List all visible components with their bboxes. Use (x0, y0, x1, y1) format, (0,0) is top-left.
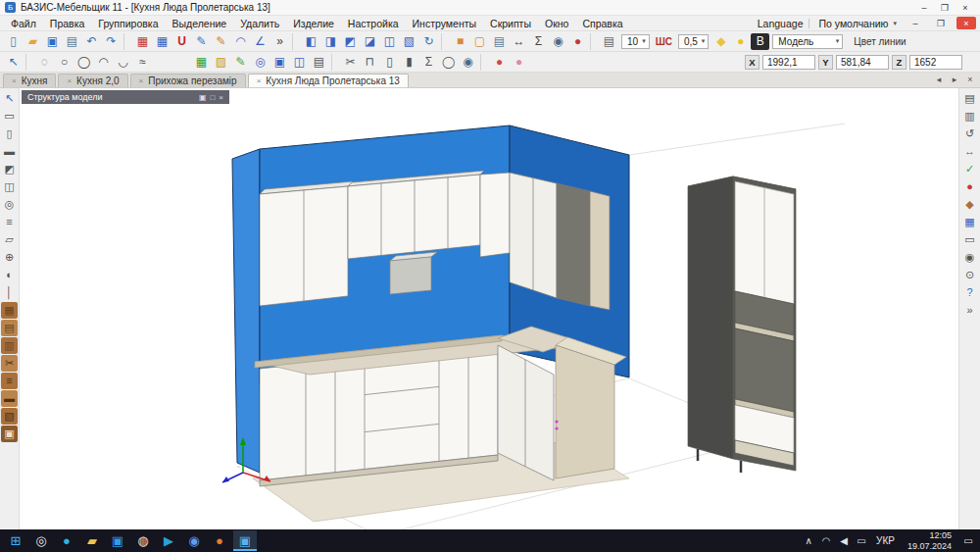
menu-grouping[interactable]: Группировка (91, 18, 165, 29)
menu-tools[interactable]: Инструменты (406, 18, 483, 29)
light-icon[interactable]: ● (731, 33, 750, 50)
hole-tool-icon[interactable]: ◎ (1, 196, 18, 213)
view-iso-icon[interactable]: ▧ (400, 33, 418, 50)
zoom-window-icon[interactable]: ▣ (270, 54, 289, 71)
model-dropdown[interactable]: Модель ▾ (772, 34, 843, 49)
fill-color-icon[interactable]: ◆ (711, 33, 730, 50)
circle-icon[interactable]: ○ (55, 54, 74, 71)
mdi-restore-button[interactable]: ❐ (931, 17, 951, 29)
tall-cabinet-side[interactable] (688, 176, 733, 459)
edge-band-icon[interactable]: ▱ (1, 231, 18, 248)
end-cabinet-beige[interactable] (556, 345, 614, 478)
sum2-icon[interactable]: Σ (419, 54, 438, 71)
spline-icon[interactable]: ≈ (133, 54, 152, 71)
corner-panel-icon[interactable]: ◩ (1, 161, 18, 177)
saw-icon[interactable]: ✂ (1, 355, 18, 372)
select-arrow-icon[interactable]: ↖ (4, 54, 23, 71)
groove-tool-icon[interactable]: ≡ (1, 214, 18, 230)
structure-tree-icon[interactable]: ▤ (961, 90, 978, 107)
panel-vertical-icon[interactable]: ▯ (1, 125, 18, 142)
network-icon[interactable]: ◠ (818, 531, 834, 551)
maximize-button[interactable]: ❐ (935, 1, 955, 14)
tab-list-close-icon[interactable]: × (963, 74, 977, 85)
edge-browser-icon[interactable]: ● (55, 530, 78, 551)
tab-close-icon[interactable]: × (12, 76, 17, 85)
view-front-icon[interactable]: ◧ (302, 33, 320, 50)
hardware-icon[interactable]: ⊕ (1, 249, 18, 266)
mdi-close-button[interactable]: × (956, 17, 976, 29)
file-explorer-icon[interactable]: ▰ (80, 530, 104, 551)
layers-grid-icon[interactable]: ▦ (192, 54, 211, 71)
history-icon[interactable]: ↺ (961, 125, 978, 142)
sum-tool-icon[interactable]: Σ (529, 33, 548, 50)
hinge-icon[interactable]: ◐ (1, 267, 18, 283)
coord-x-value[interactable]: 1992,1 (762, 55, 815, 70)
telegram-icon[interactable]: ▶ (157, 530, 180, 551)
line-style-icon[interactable]: ▤ (600, 33, 618, 50)
draw-pencil-icon[interactable]: ✎ (192, 33, 211, 50)
grid-icon[interactable]: ▦ (153, 33, 172, 50)
erase-tool-icon[interactable]: ● (568, 33, 587, 50)
render-wireframe-icon[interactable]: ▢ (470, 33, 489, 50)
dimensions-icon[interactable]: ↔ (961, 143, 978, 160)
arc-up-icon[interactable]: ◠ (94, 54, 113, 71)
column-tool-icon[interactable]: ▮ (400, 54, 418, 71)
menu-file[interactable]: Файл (4, 18, 43, 29)
circle-dashed-icon[interactable]: ◌ (35, 54, 54, 71)
tab-kuhnya-2[interactable]: × Кухня 2,0 (58, 74, 127, 87)
upper-right-carcass[interactable] (557, 183, 590, 306)
arc-tool-icon[interactable]: ◠ (231, 33, 250, 50)
coord-y-value[interactable]: 581,84 (836, 55, 889, 70)
ellipse-tool-icon[interactable]: ◯ (439, 54, 458, 71)
tab-prihozha[interactable]: × Прихожа перезамір (130, 74, 246, 87)
structure-panel-titlebar[interactable]: Структура модели ▣ □ × (22, 90, 229, 104)
tab-kuhnya[interactable]: × Кухня (3, 74, 56, 87)
print-icon[interactable]: ▤ (63, 33, 81, 50)
coord-z-value[interactable]: 1652 (909, 55, 962, 70)
bazis-app-icon[interactable]: ▣ (233, 530, 257, 551)
render-solid-icon[interactable]: ■ (451, 33, 469, 50)
upper-mid-front[interactable] (348, 175, 480, 259)
search-icon[interactable]: ◎ (29, 530, 53, 551)
errors-icon[interactable]: ● (961, 178, 978, 195)
view-right-icon[interactable]: ◪ (361, 33, 379, 50)
select-tool-icon[interactable]: ↖ (1, 90, 18, 107)
help-icon[interactable]: ? (961, 284, 978, 301)
view-top-icon[interactable]: ◫ (380, 33, 399, 50)
notes-icon[interactable]: ▭ (961, 231, 978, 248)
tall-cabinet-niche-large[interactable] (735, 328, 794, 412)
sheet-icon[interactable]: ▬ (1, 390, 18, 407)
cut-icon[interactable]: ✂ (341, 54, 360, 71)
upper-corner-front[interactable] (480, 173, 510, 257)
start-button-icon[interactable]: ⊞ (4, 530, 27, 551)
menu-settings[interactable]: Настройка (341, 18, 406, 29)
arc-down-icon[interactable]: ◡ (114, 54, 132, 71)
tab-close-icon[interactable]: × (67, 76, 72, 85)
zoom-in-icon[interactable]: ◎ (251, 54, 270, 71)
profile-dropdown[interactable]: По умолчанию ▾ (815, 18, 900, 29)
move-tool-icon[interactable]: ↔ (510, 33, 528, 50)
redo-icon[interactable]: ↷ (102, 33, 121, 50)
texture-wood-icon[interactable]: ▦ (1, 302, 18, 319)
catalog-icon[interactable]: ▣ (1, 426, 18, 442)
layers-icon[interactable]: ▦ (961, 214, 978, 230)
line-width-field[interactable]: 10 ▾ (621, 34, 650, 49)
units-mode-icon[interactable]: U (172, 33, 191, 50)
tab-kuhnya-luda-active[interactable]: × Кухня Люда Пролетарська 13 (248, 74, 409, 87)
tab-scroll-left-icon[interactable]: ◂ (932, 74, 946, 85)
panel-close-button[interactable]: × (219, 93, 223, 102)
menu-edit[interactable]: Правка (43, 18, 91, 29)
panel-pin-button[interactable]: ▣ (199, 93, 207, 102)
tab-close-icon[interactable]: × (139, 76, 144, 85)
snap-grid-icon[interactable]: ▦ (133, 33, 152, 50)
menu-window[interactable]: Окно (538, 18, 575, 29)
tab-close-icon[interactable]: × (257, 76, 262, 85)
circle-large-icon[interactable]: ◯ (74, 54, 93, 71)
marker-red-icon[interactable]: ● (490, 54, 509, 71)
clock[interactable]: 12:05 19.07.2024 (902, 530, 957, 552)
rod-icon[interactable]: │ (1, 284, 18, 301)
battery-icon[interactable]: ▭ (854, 531, 869, 551)
minimize-button[interactable]: – (914, 1, 934, 14)
panel-maximize-button[interactable]: □ (210, 93, 215, 102)
more-tools-chevron-icon[interactable]: » (270, 33, 289, 50)
